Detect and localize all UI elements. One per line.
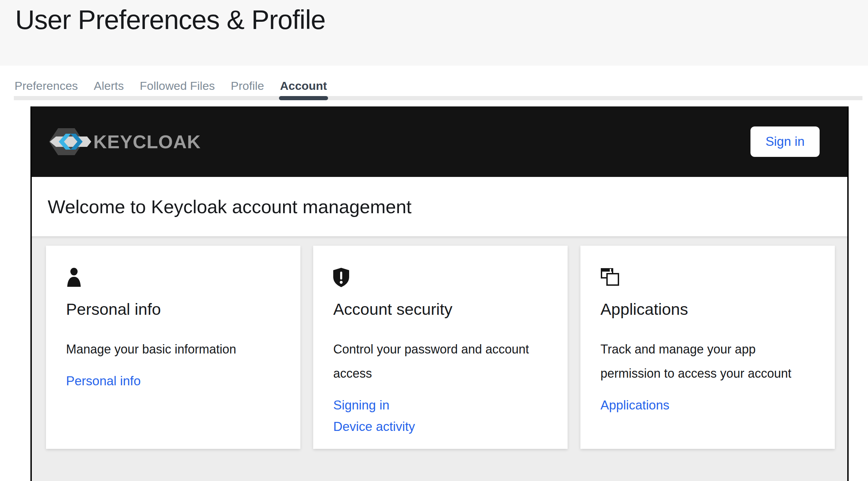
device-activity-link[interactable]: Device activity [333,416,415,437]
keycloak-brand-text: KEYCLOAK [93,131,201,152]
tab-preferences[interactable]: Preferences [15,79,78,93]
card-description: Track and manage your app permission to … [600,337,815,386]
card-applications: Applications Track and manage your app p… [580,246,835,449]
account-cards: Personal info Manage your basic informat… [32,236,847,481]
applications-windows-icon [600,268,815,287]
page-title: User Preferences & Profile [0,0,868,36]
keycloak-logo[interactable]: KEYCLOAK [49,127,201,157]
tab-followed-files[interactable]: Followed Files [140,79,215,93]
card-description: Control your password and account access [333,337,548,386]
keycloak-panel: KEYCLOAK Sign in Welcome to Keycloak acc… [30,106,849,481]
user-icon [66,268,280,287]
keycloak-logo-icon [49,127,92,157]
applications-link[interactable]: Applications [600,395,670,416]
tab-alerts[interactable]: Alerts [94,79,124,93]
card-account-security: Account security Control your password a… [313,246,568,449]
tab-profile[interactable]: Profile [231,79,264,93]
sign-in-button[interactable]: Sign in [750,126,820,157]
welcome-band: Welcome to Keycloak account management [32,177,847,236]
tabs-nav: Preferences Alerts Followed Files Profil… [0,66,868,93]
card-title: Applications [600,300,815,319]
tabs-divider [14,96,862,100]
page-header: User Preferences & Profile [0,0,868,66]
tab-strip: Preferences Alerts Followed Files Profil… [0,66,868,106]
card-title: Account security [333,300,548,319]
card-links: Personal info [66,370,280,392]
tab-account[interactable]: Account [280,79,327,93]
signing-in-link[interactable]: Signing in [333,395,390,416]
welcome-heading: Welcome to Keycloak account management [48,196,412,217]
card-links: Applications [600,395,815,416]
card-description: Manage your basic information [66,337,280,361]
shield-exclamation-icon [333,268,548,287]
card-title: Personal info [66,300,280,319]
card-personal-info: Personal info Manage your basic informat… [46,246,300,449]
card-links: Signing in Device activity [333,395,548,437]
keycloak-header: KEYCLOAK Sign in [32,106,847,177]
personal-info-link[interactable]: Personal info [66,370,141,392]
